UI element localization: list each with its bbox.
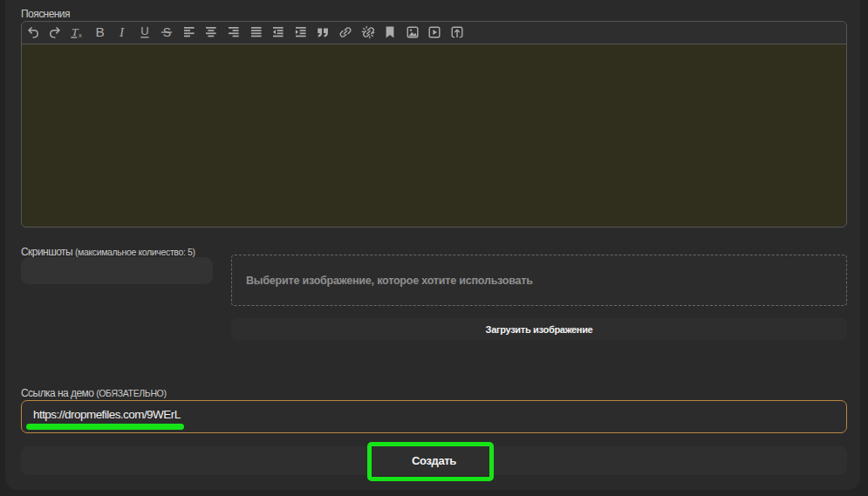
svg-text:I: I	[119, 25, 125, 39]
svg-text:B: B	[96, 25, 105, 39]
svg-text:U: U	[140, 25, 148, 37]
svg-text:x: x	[79, 31, 82, 39]
